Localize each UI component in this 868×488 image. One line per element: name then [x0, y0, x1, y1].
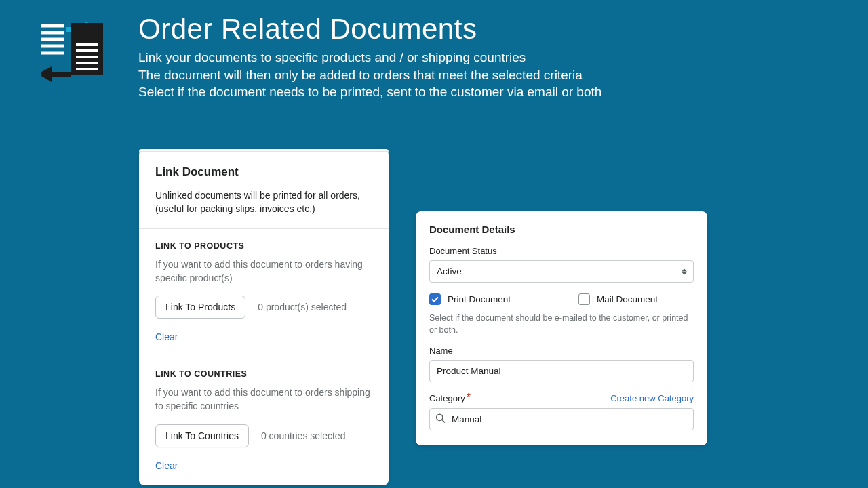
countries-selected-count: 0 countries selected — [261, 430, 346, 441]
svg-rect-8 — [71, 23, 103, 75]
page-subtitle-1: Link your documents to specific products… — [138, 49, 601, 66]
link-document-card: Link Document Unlinked documents will be… — [139, 149, 389, 485]
link-document-title: Link Document — [155, 165, 372, 179]
page-subtitle-2: The document will then only be added to … — [138, 66, 601, 84]
svg-rect-14 — [52, 72, 71, 77]
required-indicator: * — [467, 392, 471, 403]
category-label: Category — [429, 393, 465, 403]
clear-products-link[interactable]: Clear — [155, 331, 178, 342]
page-title: Order Related Documents — [138, 14, 601, 45]
link-countries-heading: LINK TO COUNTRIES — [155, 369, 372, 379]
document-details-title: Document Details — [429, 224, 694, 235]
svg-line-17 — [442, 420, 445, 422]
print-document-label: Print Document — [448, 294, 511, 304]
status-value: Active — [437, 266, 462, 277]
clear-countries-link[interactable]: Clear — [155, 460, 178, 471]
status-label: Document Status — [429, 246, 694, 256]
create-category-link[interactable]: Create new Category — [610, 393, 694, 403]
document-details-card: Document Details Document Status Active … — [416, 211, 707, 445]
name-input[interactable] — [429, 360, 694, 382]
status-select[interactable]: Active — [429, 260, 694, 283]
mail-document-label: Mail Document — [597, 294, 658, 304]
name-label: Name — [429, 346, 694, 356]
link-to-countries-button[interactable]: Link To Countries — [155, 424, 249, 447]
category-search-input[interactable] — [429, 408, 694, 430]
search-icon — [435, 413, 446, 426]
link-document-intro: Unlinked documents will be printed for a… — [155, 188, 372, 216]
link-to-products-button[interactable]: Link To Products — [155, 296, 245, 319]
print-document-checkbox[interactable] — [429, 293, 441, 305]
products-selected-count: 0 product(s) selected — [258, 302, 347, 312]
link-products-heading: LINK TO PRODUCTS — [155, 241, 372, 251]
select-caret-icon — [682, 268, 687, 274]
link-products-desc: If you want to add this document to orde… — [155, 258, 372, 285]
link-to-countries-section: LINK TO COUNTRIES If you want to add thi… — [139, 357, 389, 485]
mail-document-checkbox[interactable] — [578, 293, 590, 305]
svg-rect-0 — [41, 22, 66, 61]
link-countries-desc: If you want to add this document to orde… — [155, 386, 372, 413]
svg-marker-15 — [41, 66, 52, 82]
link-to-products-section: LINK TO PRODUCTS If you want to add this… — [139, 229, 389, 357]
delivery-hint: Select if the document should be e-maile… — [429, 312, 694, 336]
app-logo-icon — [41, 14, 104, 85]
page-subtitle-3: Select if the document needs to be print… — [138, 83, 601, 101]
